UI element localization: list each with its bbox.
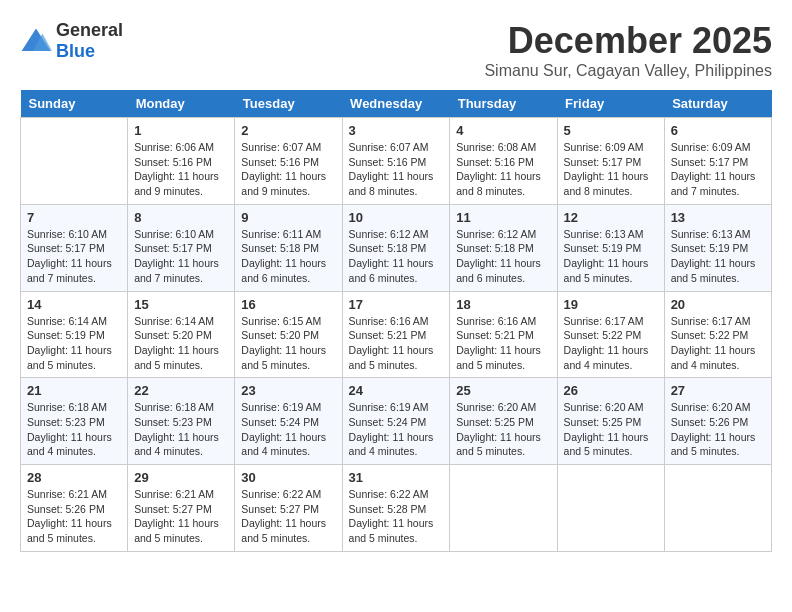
calendar-cell — [21, 118, 128, 205]
day-info: Sunrise: 6:21 AMSunset: 5:27 PMDaylight:… — [134, 487, 228, 546]
day-info: Sunrise: 6:21 AMSunset: 5:26 PMDaylight:… — [27, 487, 121, 546]
calendar-cell: 31Sunrise: 6:22 AMSunset: 5:28 PMDayligh… — [342, 465, 450, 552]
location-title: Simanu Sur, Cagayan Valley, Philippines — [484, 62, 772, 80]
calendar-cell: 21Sunrise: 6:18 AMSunset: 5:23 PMDayligh… — [21, 378, 128, 465]
week-row-4: 21Sunrise: 6:18 AMSunset: 5:23 PMDayligh… — [21, 378, 772, 465]
day-number: 16 — [241, 297, 335, 312]
calendar-cell: 6Sunrise: 6:09 AMSunset: 5:17 PMDaylight… — [664, 118, 771, 205]
week-row-3: 14Sunrise: 6:14 AMSunset: 5:19 PMDayligh… — [21, 291, 772, 378]
calendar-cell: 14Sunrise: 6:14 AMSunset: 5:19 PMDayligh… — [21, 291, 128, 378]
calendar-cell: 26Sunrise: 6:20 AMSunset: 5:25 PMDayligh… — [557, 378, 664, 465]
col-header-friday: Friday — [557, 90, 664, 118]
calendar-cell: 10Sunrise: 6:12 AMSunset: 5:18 PMDayligh… — [342, 204, 450, 291]
day-info: Sunrise: 6:22 AMSunset: 5:27 PMDaylight:… — [241, 487, 335, 546]
calendar-cell — [664, 465, 771, 552]
calendar-cell: 17Sunrise: 6:16 AMSunset: 5:21 PMDayligh… — [342, 291, 450, 378]
day-info: Sunrise: 6:08 AMSunset: 5:16 PMDaylight:… — [456, 140, 550, 199]
day-number: 19 — [564, 297, 658, 312]
calendar-cell — [450, 465, 557, 552]
calendar-cell: 2Sunrise: 6:07 AMSunset: 5:16 PMDaylight… — [235, 118, 342, 205]
day-number: 28 — [27, 470, 121, 485]
day-info: Sunrise: 6:19 AMSunset: 5:24 PMDaylight:… — [241, 400, 335, 459]
week-row-5: 28Sunrise: 6:21 AMSunset: 5:26 PMDayligh… — [21, 465, 772, 552]
col-header-monday: Monday — [128, 90, 235, 118]
day-number: 1 — [134, 123, 228, 138]
day-number: 4 — [456, 123, 550, 138]
day-info: Sunrise: 6:10 AMSunset: 5:17 PMDaylight:… — [27, 227, 121, 286]
calendar-cell: 11Sunrise: 6:12 AMSunset: 5:18 PMDayligh… — [450, 204, 557, 291]
calendar-cell: 8Sunrise: 6:10 AMSunset: 5:17 PMDaylight… — [128, 204, 235, 291]
calendar-cell: 24Sunrise: 6:19 AMSunset: 5:24 PMDayligh… — [342, 378, 450, 465]
title-area: December 2025 Simanu Sur, Cagayan Valley… — [484, 20, 772, 80]
day-number: 3 — [349, 123, 444, 138]
calendar-cell: 3Sunrise: 6:07 AMSunset: 5:16 PMDaylight… — [342, 118, 450, 205]
col-header-sunday: Sunday — [21, 90, 128, 118]
logo-general: General — [56, 20, 123, 40]
col-header-saturday: Saturday — [664, 90, 771, 118]
day-number: 27 — [671, 383, 765, 398]
day-info: Sunrise: 6:15 AMSunset: 5:20 PMDaylight:… — [241, 314, 335, 373]
calendar-cell: 13Sunrise: 6:13 AMSunset: 5:19 PMDayligh… — [664, 204, 771, 291]
day-number: 8 — [134, 210, 228, 225]
week-row-2: 7Sunrise: 6:10 AMSunset: 5:17 PMDaylight… — [21, 204, 772, 291]
day-info: Sunrise: 6:12 AMSunset: 5:18 PMDaylight:… — [456, 227, 550, 286]
day-number: 14 — [27, 297, 121, 312]
day-number: 6 — [671, 123, 765, 138]
day-number: 11 — [456, 210, 550, 225]
day-info: Sunrise: 6:07 AMSunset: 5:16 PMDaylight:… — [349, 140, 444, 199]
day-number: 12 — [564, 210, 658, 225]
day-info: Sunrise: 6:06 AMSunset: 5:16 PMDaylight:… — [134, 140, 228, 199]
day-number: 24 — [349, 383, 444, 398]
day-info: Sunrise: 6:22 AMSunset: 5:28 PMDaylight:… — [349, 487, 444, 546]
day-number: 30 — [241, 470, 335, 485]
day-info: Sunrise: 6:12 AMSunset: 5:18 PMDaylight:… — [349, 227, 444, 286]
calendar-cell: 30Sunrise: 6:22 AMSunset: 5:27 PMDayligh… — [235, 465, 342, 552]
logo-blue: Blue — [56, 41, 95, 61]
day-info: Sunrise: 6:07 AMSunset: 5:16 PMDaylight:… — [241, 140, 335, 199]
day-number: 20 — [671, 297, 765, 312]
day-number: 29 — [134, 470, 228, 485]
calendar-cell: 22Sunrise: 6:18 AMSunset: 5:23 PMDayligh… — [128, 378, 235, 465]
logo: General Blue — [20, 20, 123, 62]
day-info: Sunrise: 6:20 AMSunset: 5:25 PMDaylight:… — [564, 400, 658, 459]
calendar-cell: 25Sunrise: 6:20 AMSunset: 5:25 PMDayligh… — [450, 378, 557, 465]
col-header-thursday: Thursday — [450, 90, 557, 118]
day-number: 31 — [349, 470, 444, 485]
day-info: Sunrise: 6:19 AMSunset: 5:24 PMDaylight:… — [349, 400, 444, 459]
calendar-cell: 19Sunrise: 6:17 AMSunset: 5:22 PMDayligh… — [557, 291, 664, 378]
day-number: 2 — [241, 123, 335, 138]
col-header-tuesday: Tuesday — [235, 90, 342, 118]
month-title: December 2025 — [484, 20, 772, 62]
day-info: Sunrise: 6:17 AMSunset: 5:22 PMDaylight:… — [671, 314, 765, 373]
day-info: Sunrise: 6:14 AMSunset: 5:19 PMDaylight:… — [27, 314, 121, 373]
calendar-cell: 23Sunrise: 6:19 AMSunset: 5:24 PMDayligh… — [235, 378, 342, 465]
day-number: 26 — [564, 383, 658, 398]
header-row: SundayMondayTuesdayWednesdayThursdayFrid… — [21, 90, 772, 118]
calendar-cell: 1Sunrise: 6:06 AMSunset: 5:16 PMDaylight… — [128, 118, 235, 205]
calendar-cell: 16Sunrise: 6:15 AMSunset: 5:20 PMDayligh… — [235, 291, 342, 378]
calendar-cell: 9Sunrise: 6:11 AMSunset: 5:18 PMDaylight… — [235, 204, 342, 291]
day-number: 17 — [349, 297, 444, 312]
day-info: Sunrise: 6:16 AMSunset: 5:21 PMDaylight:… — [456, 314, 550, 373]
calendar-table: SundayMondayTuesdayWednesdayThursdayFrid… — [20, 90, 772, 552]
day-info: Sunrise: 6:09 AMSunset: 5:17 PMDaylight:… — [564, 140, 658, 199]
logo-icon — [20, 27, 52, 55]
day-number: 25 — [456, 383, 550, 398]
day-number: 7 — [27, 210, 121, 225]
day-number: 22 — [134, 383, 228, 398]
calendar-cell: 27Sunrise: 6:20 AMSunset: 5:26 PMDayligh… — [664, 378, 771, 465]
day-number: 9 — [241, 210, 335, 225]
day-info: Sunrise: 6:20 AMSunset: 5:25 PMDaylight:… — [456, 400, 550, 459]
day-info: Sunrise: 6:13 AMSunset: 5:19 PMDaylight:… — [671, 227, 765, 286]
calendar-cell: 7Sunrise: 6:10 AMSunset: 5:17 PMDaylight… — [21, 204, 128, 291]
day-info: Sunrise: 6:18 AMSunset: 5:23 PMDaylight:… — [134, 400, 228, 459]
day-number: 23 — [241, 383, 335, 398]
day-info: Sunrise: 6:11 AMSunset: 5:18 PMDaylight:… — [241, 227, 335, 286]
calendar-cell: 4Sunrise: 6:08 AMSunset: 5:16 PMDaylight… — [450, 118, 557, 205]
day-number: 15 — [134, 297, 228, 312]
day-info: Sunrise: 6:18 AMSunset: 5:23 PMDaylight:… — [27, 400, 121, 459]
day-info: Sunrise: 6:17 AMSunset: 5:22 PMDaylight:… — [564, 314, 658, 373]
day-number: 5 — [564, 123, 658, 138]
day-info: Sunrise: 6:20 AMSunset: 5:26 PMDaylight:… — [671, 400, 765, 459]
calendar-cell: 29Sunrise: 6:21 AMSunset: 5:27 PMDayligh… — [128, 465, 235, 552]
